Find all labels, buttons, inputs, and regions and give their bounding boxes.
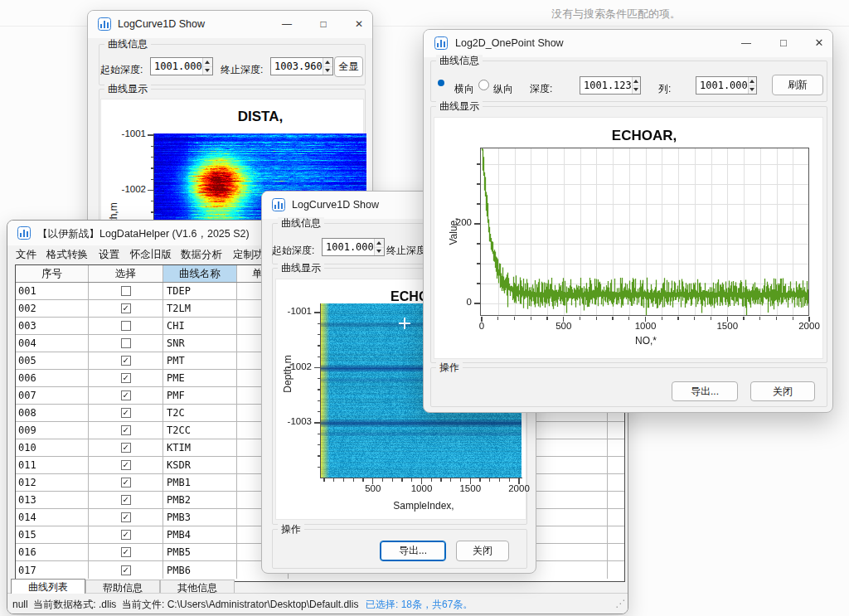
axis-tick [333,478,334,482]
checkbox-checked[interactable]: ✓ [121,303,131,313]
resize-grip-icon[interactable]: ⋰ [615,598,625,609]
checkbox-checked[interactable]: ✓ [121,512,131,522]
menu-item-4[interactable]: 怀念旧版 [130,248,172,262]
minimize-button[interactable]: — [274,15,299,33]
axis-tick [531,317,531,320]
axis-tick-label: 0 [479,321,484,331]
row-select-cell: ✓ [89,405,163,421]
spin-up-icon[interactable] [375,239,384,248]
column-label: 列: [658,82,671,96]
menu-item-1[interactable]: 文件 [16,248,36,262]
curve-display-group-label: 曲线显示 [278,262,324,274]
checkbox-checked[interactable]: ✓ [121,373,131,383]
row-select-cell: ✓ [89,561,163,579]
spinner-arrows[interactable] [202,58,212,75]
axis-tick [392,478,393,482]
column-header[interactable]: 曲线名称 [163,265,237,282]
spin-down-icon[interactable] [749,86,756,95]
curve-info-group-label: 曲线信息 [278,217,324,230]
axis-tick-label: -1002 [288,361,312,371]
curve-name-cell: PME [163,370,237,386]
radio-horizontal-label: 横向 [454,82,474,96]
checkbox-checked[interactable]: ✓ [121,408,131,418]
export-button[interactable]: 导出... [380,541,446,561]
spin-up-icon[interactable] [633,77,640,86]
axis-tick [151,157,154,158]
spin-down-icon[interactable] [203,67,212,75]
end-depth-spinner[interactable]: 1003.960 [270,57,333,75]
checkbox-checked[interactable]: ✓ [121,565,131,575]
axis-tick [694,317,695,320]
close-button[interactable]: ✕ [347,15,371,33]
win-curve1-titlebar[interactable]: LogCurve1D Show — □ ✕ [88,11,372,38]
row-index-cell: 012 [16,474,89,491]
axis-tick [677,317,678,320]
checkbox-checked[interactable]: ✓ [121,478,131,487]
checkbox-checked[interactable]: ✓ [121,547,131,557]
spin-down-icon[interactable] [633,86,640,95]
echoar-chart-title: ECHOAR, [612,128,677,144]
curve-name-cell: KSDR [163,457,237,473]
menu-item-2[interactable]: 格式转换 [46,248,88,262]
checkbox-checked[interactable]: ✓ [121,356,131,366]
axis-tick [612,317,613,320]
axis-tick [318,345,321,346]
menu-item-5[interactable]: 数据分析 [181,248,222,262]
checkbox-unchecked[interactable] [121,338,131,348]
start-depth-spinner[interactable]: 1001.000 [150,57,213,75]
tab-3[interactable]: 其他信息 [160,580,235,593]
axis-tick-label: 1500 [459,483,481,493]
checkbox-checked[interactable]: ✓ [121,390,131,400]
radio-horizontal[interactable] [438,80,444,86]
show-all-button[interactable]: 全显 [334,56,363,77]
checkbox-checked[interactable]: ✓ [121,495,131,505]
checkbox-checked[interactable]: ✓ [121,425,131,435]
column-header[interactable]: 序号 [16,265,89,282]
spinner-arrows[interactable] [632,77,640,94]
axis-tick [546,317,547,320]
tab-2[interactable]: 帮助信息 [85,580,160,593]
spin-down-icon[interactable] [323,67,332,75]
checkbox-unchecked[interactable] [121,321,131,331]
checkbox-checked[interactable]: ✓ [121,530,131,540]
depth-spinner[interactable]: 1001.123 [580,76,641,95]
axis-tick [318,357,321,357]
spin-up-icon[interactable] [323,58,332,67]
spin-down-icon[interactable] [375,248,384,256]
win-log2d-titlebar[interactable]: Log2D_OnePoint Show — □ ✕ [424,30,832,57]
spin-up-icon[interactable] [203,58,212,67]
spinner-arrows[interactable] [323,58,332,75]
start-depth-spinner[interactable]: 1001.000 [322,238,385,256]
operation-group-label: 操作 [278,523,304,536]
refresh-button[interactable]: 刷新 [772,75,823,95]
axis-tick [151,211,154,212]
spinner-arrows[interactable] [374,239,384,255]
radio-vertical[interactable] [478,80,489,90]
menu-item-3[interactable]: 设置 [99,248,119,262]
axis-tick [776,317,777,320]
close-button[interactable]: ✕ [807,34,832,52]
row-select-cell: ✓ [89,439,163,456]
column-spinner[interactable]: 1001.000 [696,76,757,95]
maximize-button[interactable]: □ [771,34,796,52]
spinner-arrows[interactable] [748,77,756,94]
checkbox-checked[interactable]: ✓ [121,460,131,470]
axis-tick [759,317,760,320]
spin-up-icon[interactable] [749,77,756,86]
minimize-button[interactable]: — [734,34,759,52]
axis-tick [662,317,662,320]
checkbox-checked[interactable]: ✓ [121,443,131,453]
close-dialog-button[interactable]: 关闭 [456,541,509,561]
column-header[interactable]: 选择 [89,265,163,282]
axis-tick [151,179,154,180]
row-select-cell: ✓ [89,492,163,508]
curve-name-cell: PMT [163,352,237,369]
curve-name-cell: T2C [163,405,237,421]
tab-1[interactable]: 曲线列表 [11,579,85,594]
export-button[interactable]: 导出... [672,381,738,401]
axis-tick [151,146,154,147]
checkbox-unchecked[interactable] [121,286,131,296]
close-dialog-button[interactable]: 关闭 [750,381,815,401]
axis-tick [514,317,515,320]
maximize-button[interactable]: □ [311,15,336,33]
